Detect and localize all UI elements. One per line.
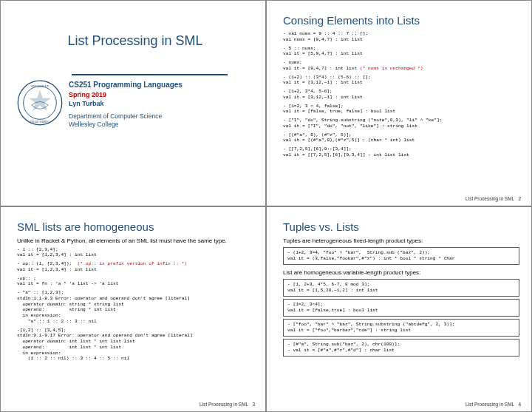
footer-text: List Processing in SML [466, 402, 514, 407]
footer: List Processing in SML 2 [466, 196, 521, 201]
course-name: CS251 Programming Languages [69, 80, 183, 90]
title: SML lists are homogeneous [17, 220, 253, 233]
code-block: - [(#"a", 8), (#"z", 5)]; val it = [(#"a… [283, 132, 519, 144]
college-seal-icon: WELLESLEY PROGRAMMING [17, 80, 63, 126]
code-block: - 5 :: nums; val it = [5,9,4,7] : int li… [283, 46, 519, 58]
page-number: 2 [518, 196, 521, 201]
slide-3: SML lists are homogeneous Unlike in Rack… [0, 206, 266, 413]
page-number: 3 [252, 402, 255, 407]
svg-text:PROGRAMMING: PROGRAMMING [30, 121, 50, 124]
code-block: - [1=2, 3 < 4, false]; val it = [false, … [283, 104, 519, 115]
section-text: Tuples are heterogeneous fixed-length pr… [283, 237, 519, 244]
code-box: - [1=2, 3<4]; val it = [false,true] : bo… [283, 299, 519, 317]
code-block: -[1,2] :: [3,4,5]; stdIn:9.1-9.17 Error:… [17, 328, 253, 362]
code-text: - op:: (1, [2,3,4]); [17, 261, 78, 266]
footer: List Processing in SML 4 [466, 402, 521, 407]
slide-grid: List Processing in SML WELLESLEY PROGRAM… [0, 0, 532, 412]
divider [72, 74, 228, 75]
code-box: - [1, 2+3, 4*5, 6-7, 8 mod 3]; val it = … [283, 279, 519, 297]
code-block: - [[7,2,5],[6],9::[3,4]]; val it = [[7,2… [283, 146, 519, 158]
code-block: - 1 :: [2,3,4]; val it = [1,2,3,4] : int… [17, 247, 253, 259]
title: Consing Elements into Lists [283, 14, 519, 27]
code-comment: (* op:: is prefix version of infix :: *) [78, 261, 188, 266]
footer-text: List Processing in SML [466, 196, 514, 201]
code-block: -op:: ; val it = fn : 'a * 'a list -> 'a… [17, 276, 253, 288]
slide-4: Tuples vs. Lists Tuples are heterogeneou… [266, 206, 532, 413]
code-box: - [#"a", String.sub("baz", 2), chr(100)]… [283, 339, 519, 357]
code-block: - val nums = 9 :: 4 :: 7 :: []; val nums… [283, 31, 519, 43]
page-number: 4 [518, 402, 521, 407]
title: List Processing in SML [17, 33, 253, 49]
footer: List Processing in SML 3 [200, 402, 255, 407]
code-block: - "a" :: [1,2,3]; stdIn:1.1-8.3 Error: o… [17, 290, 253, 325]
course-prof: Lyn Turbak [69, 99, 183, 108]
code-box: - (1+2, 3=4, "foo" ^ "bar", String.sub (… [283, 247, 519, 265]
code-text: - nums; val it = [9,4,7] : int list [283, 60, 360, 71]
code-block: - [1+2, 3*4, 5-6]; val it = [3,12,~1] : … [283, 89, 519, 101]
code-block: - ["I", "do", String.substring ("note",0… [283, 118, 519, 129]
course-term: Spring 2019 [69, 90, 183, 99]
code-comment: (* nums is unchanged *) [360, 66, 423, 71]
course-college: Wellesley College [69, 121, 183, 129]
slide-2: Consing Elements into Lists - val nums =… [266, 0, 532, 206]
section-text: List are homogeneous variable-length pro… [283, 269, 519, 276]
title: Tuples vs. Lists [283, 220, 519, 233]
code-block: - (1+2) :: (3*4) :: (5-6) :: []; val it … [283, 75, 519, 87]
code-box: - ["foo", "bar" ^ "baz", String.substrin… [283, 319, 519, 337]
svg-text:WELLESLEY: WELLESLEY [30, 84, 50, 88]
code-block: - nums; val it = [9,4,7] : int list (* n… [283, 60, 519, 72]
code-text: val it = [1,2,3,4] : int list [17, 267, 97, 272]
intro-text: Unlike in Racket & Python, all elements … [17, 237, 253, 244]
code-block: - op:: (1, [2,3,4]); (* op:: is prefix v… [17, 261, 253, 273]
course-block: WELLESLEY PROGRAMMING CS251 Programming … [17, 80, 253, 129]
footer-text: List Processing in SML [200, 402, 248, 407]
course-text: CS251 Programming Languages Spring 2019 … [69, 80, 183, 129]
slide-1: List Processing in SML WELLESLEY PROGRAM… [0, 0, 266, 206]
course-dept: Department of Computer Science [69, 112, 183, 121]
